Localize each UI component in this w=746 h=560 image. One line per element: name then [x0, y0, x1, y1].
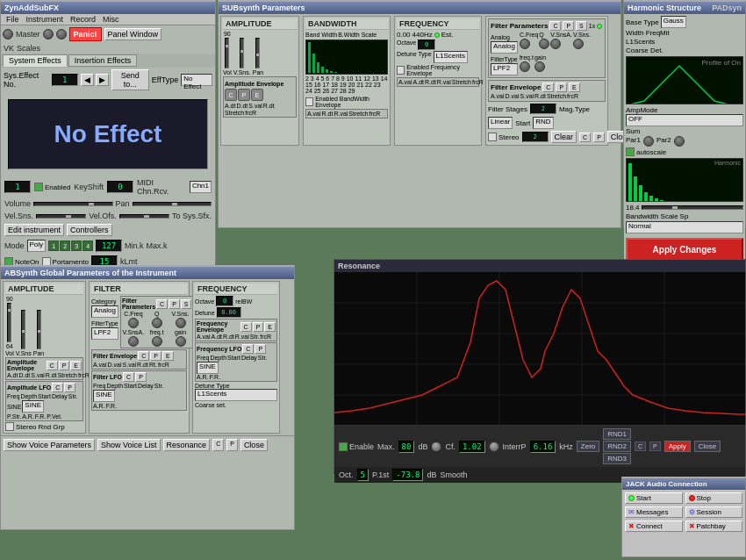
abs-filtertype-select[interactable]: LPF2: [91, 327, 118, 340]
sub-p-btn2[interactable]: P: [593, 133, 605, 142]
abs-flfo-p[interactable]: P: [135, 372, 147, 382]
panic-button[interactable]: Panic!: [69, 27, 102, 41]
abs-ae-e[interactable]: E: [70, 361, 82, 370]
jack-connect-btn[interactable]: ✖ Connect: [625, 521, 683, 532]
sys-prev-btn[interactable]: ◀: [81, 74, 94, 86]
show-voice-params-btn[interactable]: Show Voice Parameters: [4, 439, 95, 451]
sub-e-btn[interactable]: E: [251, 89, 263, 101]
abs-fqe-e[interactable]: E: [264, 322, 276, 332]
sub-c-btn[interactable]: C: [225, 89, 237, 101]
ins-eff-tab[interactable]: Insertion Effects: [68, 54, 137, 67]
keysft-knob[interactable]: [43, 29, 54, 39]
edit-instrument-btn[interactable]: Edit instrument: [4, 224, 64, 236]
abs-close-btn[interactable]: Close: [240, 439, 268, 451]
show-voice-list-btn[interactable]: Show Voice List: [97, 439, 161, 451]
par1-knob[interactable]: [643, 136, 654, 147]
abs-category-select[interactable]: Analog: [91, 305, 118, 318]
abs-fqlfo-type-select[interactable]: SINE: [197, 362, 219, 374]
sub-vol-fader[interactable]: [225, 38, 229, 68]
abs-fp-p[interactable]: P: [169, 299, 180, 309]
res-rnd2-btn[interactable]: RND2: [603, 441, 631, 452]
sub-clear-btn[interactable]: Clear: [551, 131, 577, 143]
sub-pan-fader[interactable]: [255, 38, 260, 68]
abs-fp-s[interactable]: S: [181, 299, 192, 309]
jack-start-btn[interactable]: Start: [625, 492, 683, 504]
res-close-btn[interactable]: Close: [694, 441, 721, 452]
res-c-btn[interactable]: C: [635, 442, 646, 451]
part-btn-4[interactable]: 4: [82, 241, 93, 251]
res-cf-knob[interactable]: [489, 442, 499, 452]
resonance-btn[interactable]: Resonance: [163, 439, 211, 451]
abs-fqe-c[interactable]: C: [240, 322, 252, 332]
vel-ofs-slider[interactable]: [119, 214, 169, 219]
sub-fp-s-btn[interactable]: S: [576, 21, 587, 31]
volume-slider[interactable]: [33, 202, 112, 206]
sys-next-btn[interactable]: ▶: [96, 74, 109, 86]
controllers-btn[interactable]: Controllers: [67, 224, 112, 236]
menu-misc[interactable]: Misc: [101, 15, 121, 24]
abs-p-btn[interactable]: P: [226, 439, 238, 451]
enabled-checkbox[interactable]: [34, 183, 43, 191]
base-type-select[interactable]: Gauss: [661, 16, 686, 28]
sub-en-bw-env-check[interactable]: Enabled BandWidth Envelope: [305, 96, 388, 108]
sub-vsns-knob[interactable]: [573, 39, 584, 49]
apply-changes-button[interactable]: Apply Changes: [626, 238, 743, 262]
part-btn-1[interactable]: 1: [48, 241, 59, 251]
menu-instrument[interactable]: Instrument: [25, 15, 66, 24]
sub-category-select[interactable]: Analog: [491, 41, 518, 54]
abs-fenv-c[interactable]: C: [138, 351, 149, 361]
sub-q-knob[interactable]: [539, 39, 549, 49]
res-enable-check[interactable]: Enable: [339, 442, 374, 451]
bw-scale-select[interactable]: Normal: [626, 221, 743, 233]
abs-vsnsa-knob[interactable]: [128, 336, 139, 347]
abs-flfo-type-select[interactable]: SINE: [93, 390, 115, 402]
panel-window-button[interactable]: Panel Window: [104, 28, 162, 40]
enabled-check[interactable]: Enabled: [34, 183, 70, 191]
sub-fe-c-btn[interactable]: C: [542, 83, 554, 92]
det-knob[interactable]: [56, 29, 67, 39]
menu-record[interactable]: Record: [68, 15, 97, 24]
abs-flfo-c[interactable]: C: [123, 372, 134, 382]
sub-en-bw-env-checkbox[interactable]: [305, 97, 313, 106]
abs-vol-fader[interactable]: [7, 303, 11, 342]
abs-q-knob[interactable]: [152, 318, 162, 328]
abs-vns-fader[interactable]: [21, 310, 25, 349]
send-to-button[interactable]: Send to...: [111, 69, 149, 90]
abs-freqt-knob[interactable]: [152, 336, 162, 347]
sub-fp-p-btn[interactable]: P: [563, 21, 574, 31]
sub-stereo-checkbox[interactable]: [488, 133, 497, 141]
sub-vns-fader[interactable]: [240, 38, 244, 68]
res-rnd1-btn[interactable]: RND1: [603, 428, 631, 440]
sub-fp-c-btn[interactable]: C: [549, 21, 561, 31]
abs-vsnsf-knob[interactable]: [176, 318, 186, 328]
res-apply-btn[interactable]: Apply: [664, 441, 691, 452]
res-rnd3-btn[interactable]: RND3: [603, 453, 631, 464]
sub-en-freq-checkbox[interactable]: [397, 66, 405, 75]
res-enable-checkbox[interactable]: [339, 442, 348, 451]
part-btn-3[interactable]: 3: [71, 241, 82, 251]
amp-mode-select[interactable]: OFF: [626, 114, 743, 126]
res-max-knob[interactable]: [431, 442, 441, 452]
menu-file[interactable]: File: [4, 15, 21, 24]
jack-session-btn[interactable]: ⚙ Session: [685, 506, 743, 518]
sub-p-btn[interactable]: P: [238, 89, 250, 101]
abs-al-c[interactable]: C: [52, 383, 63, 392]
sub-cf-knob[interactable]: [520, 39, 530, 49]
sub-start-select[interactable]: RND: [533, 117, 553, 129]
sub-stereo-check[interactable]: Stereo: [488, 133, 520, 141]
abs-gain-knob[interactable]: [176, 336, 186, 347]
abs-al-p[interactable]: P: [64, 383, 75, 392]
sub-fe-p-btn[interactable]: P: [556, 83, 567, 92]
sub-gain-knob[interactable]: [534, 61, 545, 72]
sub-det-type-select[interactable]: L1Scents: [434, 51, 468, 63]
sub-fe-e-btn[interactable]: E: [569, 83, 580, 92]
abs-fql-p[interactable]: P: [255, 344, 266, 354]
abs-cf-knob[interactable]: [128, 318, 139, 328]
abs-ae-p[interactable]: P: [59, 361, 70, 370]
eff-type-select[interactable]: No Effect: [181, 74, 212, 86]
sub-mag-type-select[interactable]: Linear: [488, 117, 513, 129]
res-zero-btn[interactable]: Zero: [577, 441, 599, 452]
sys-eff-tab[interactable]: System Effects: [3, 54, 68, 67]
abs-ae-c[interactable]: C: [47, 361, 58, 370]
res-p-btn[interactable]: P: [649, 442, 661, 451]
